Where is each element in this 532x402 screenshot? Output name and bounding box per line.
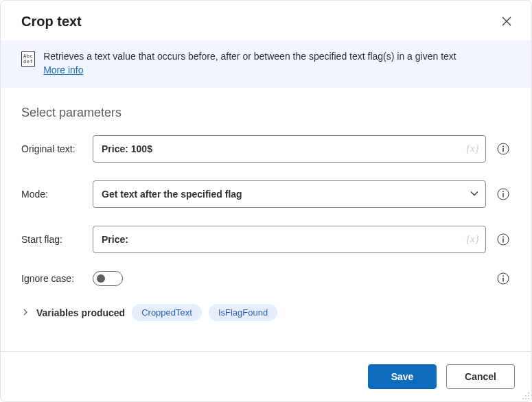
dialog-body: Select parameters Original text: {x} Mod… bbox=[1, 88, 531, 351]
dialog-title: Crop text bbox=[21, 14, 82, 29]
row-mode: Mode: Get text after the specified flag bbox=[21, 180, 511, 208]
info-ignore-case[interactable] bbox=[496, 271, 511, 286]
svg-point-13 bbox=[525, 395, 527, 397]
ignore-case-toggle[interactable] bbox=[93, 271, 123, 286]
mode-select[interactable]: Get text after the specified flag bbox=[93, 180, 486, 208]
start-flag-input[interactable] bbox=[93, 226, 486, 253]
more-info-link[interactable]: More info bbox=[43, 64, 83, 75]
info-banner: Abc def Retrieves a text value that occu… bbox=[1, 40, 531, 88]
row-start-flag: Start flag: {x} bbox=[21, 226, 511, 253]
close-button[interactable] bbox=[498, 13, 515, 29]
variable-chip-isflagfound[interactable]: IsFlagFound bbox=[209, 304, 277, 321]
svg-rect-5 bbox=[502, 193, 503, 198]
action-type-icon: Abc def bbox=[21, 51, 35, 67]
dialog-footer: Save Cancel bbox=[1, 351, 531, 401]
dialog-header: Crop text bbox=[1, 1, 531, 40]
label-ignore-case: Ignore case: bbox=[21, 273, 87, 284]
label-start-flag: Start flag: bbox=[21, 234, 87, 245]
svg-point-10 bbox=[502, 275, 504, 276]
info-icon bbox=[497, 188, 509, 200]
svg-point-16 bbox=[525, 398, 527, 399]
crop-text-dialog: Crop text Abc def Retrieves a text value… bbox=[0, 0, 532, 402]
svg-rect-2 bbox=[502, 148, 503, 152]
svg-rect-11 bbox=[502, 278, 503, 282]
mode-select-value: Get text after the specified flag bbox=[102, 189, 242, 200]
toggle-knob bbox=[97, 274, 105, 283]
banner-text: Retrieves a text value that occurs befor… bbox=[43, 50, 456, 77]
info-icon bbox=[497, 272, 509, 285]
svg-point-12 bbox=[528, 392, 529, 394]
resize-grip-icon[interactable] bbox=[520, 390, 530, 400]
info-start-flag[interactable] bbox=[496, 232, 511, 247]
variables-produced-row: Variables produced CroppedText IsFlagFou… bbox=[21, 304, 511, 321]
svg-point-4 bbox=[502, 191, 504, 192]
variables-label[interactable]: Variables produced bbox=[36, 307, 125, 318]
row-ignore-case: Ignore case: bbox=[21, 271, 511, 286]
label-mode: Mode: bbox=[21, 189, 87, 200]
section-title: Select parameters bbox=[21, 106, 511, 120]
info-icon bbox=[497, 233, 509, 246]
cancel-button[interactable]: Cancel bbox=[446, 364, 515, 389]
variable-chip-croppedtext[interactable]: CroppedText bbox=[132, 304, 202, 321]
svg-point-7 bbox=[502, 236, 504, 237]
svg-point-1 bbox=[502, 145, 504, 147]
svg-point-17 bbox=[528, 398, 529, 399]
svg-point-14 bbox=[528, 395, 529, 397]
svg-rect-8 bbox=[502, 239, 503, 243]
info-original-text[interactable] bbox=[496, 141, 511, 156]
close-icon bbox=[501, 16, 512, 27]
save-button[interactable]: Save bbox=[368, 364, 437, 389]
banner-description: Retrieves a text value that occurs befor… bbox=[43, 51, 456, 62]
row-original-text: Original text: {x} bbox=[21, 135, 511, 163]
original-text-input[interactable] bbox=[93, 135, 486, 163]
info-icon bbox=[497, 143, 509, 155]
chevron-right-icon[interactable] bbox=[21, 307, 30, 318]
info-mode[interactable] bbox=[496, 187, 511, 202]
label-original-text: Original text: bbox=[21, 143, 87, 154]
svg-point-15 bbox=[522, 398, 524, 399]
